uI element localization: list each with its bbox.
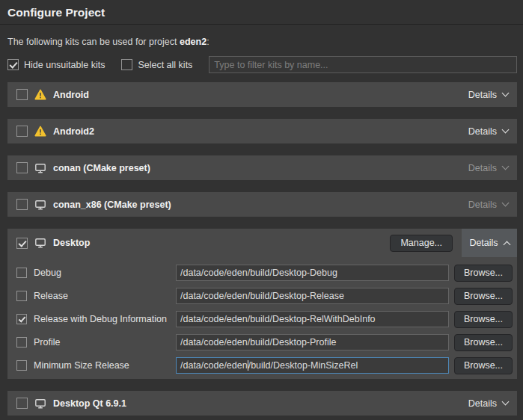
details-label: Details [468, 398, 497, 409]
config-label: Minimum Size Release [34, 360, 129, 371]
filter-input[interactable] [209, 56, 517, 73]
details-label: Details [469, 238, 498, 248]
build-dir-input[interactable] [176, 265, 449, 281]
kit-icon-slot [34, 89, 46, 100]
details-toggle[interactable]: Details [467, 126, 510, 137]
chevron-down-icon [502, 398, 510, 406]
desktop-icon [34, 398, 46, 410]
kit-list: Android Details Android2 Details conan (… [7, 82, 517, 416]
details-label: Details [468, 90, 497, 100]
hide-unsuitable-label: Hide unsuitable kits [24, 60, 105, 70]
warning-icon [34, 126, 46, 137]
kit-name: Android2 [53, 126, 94, 137]
config-row-release: Release Browse... [16, 288, 513, 304]
config-checkbox[interactable] [16, 360, 27, 371]
kit-row-android: Android Details [7, 82, 517, 107]
config-checkbox[interactable] [16, 337, 27, 348]
kit-row-conan: conan (CMake preset) Details [7, 155, 517, 180]
kit-checkbox[interactable] [16, 199, 28, 210]
details-label: Details [468, 200, 497, 210]
kit-name: Android [53, 90, 89, 100]
kit-checkbox[interactable] [16, 238, 28, 249]
details-toggle: Details [467, 200, 510, 210]
intro-prefix: The following kits can be used for proje… [7, 37, 180, 47]
chevron-down-icon [502, 163, 510, 170]
kit-row-conan-x86: conan_x86 (CMake preset) Details [7, 192, 517, 217]
config-checkbox[interactable] [16, 291, 27, 301]
config-checkbox[interactable] [16, 268, 27, 278]
config-label: Debug [34, 268, 61, 278]
filter-bar: Hide unsuitable kits Select all kits [7, 56, 517, 73]
details-toggle[interactable]: Details [467, 398, 510, 409]
details-toggle[interactable]: Details [462, 229, 517, 257]
config-label: Release with Debug Information [34, 314, 167, 324]
kit-icon-slot [34, 162, 46, 174]
build-config-area: Debug Browse... Release Browse... Releas… [7, 257, 517, 379]
hide-unsuitable-group: Hide unsuitable kits [7, 59, 105, 70]
config-row-relwithdebinfo: Release with Debug Information Browse... [16, 311, 513, 327]
browse-button[interactable]: Browse... [454, 311, 513, 328]
kit-icon-slot [34, 126, 46, 137]
warning-icon [34, 89, 46, 100]
kit-name: Desktop [53, 238, 90, 248]
kit-checkbox[interactable] [16, 89, 28, 100]
details-toggle[interactable]: Details [467, 90, 510, 100]
browse-button[interactable]: Browse... [454, 288, 513, 305]
kit-checkbox[interactable] [16, 398, 28, 409]
config-row-debug: Debug Browse... [16, 265, 513, 281]
build-dir-input[interactable]: /data/code/eden/build/Desktop-MinSizeRel [176, 357, 449, 374]
select-all-label: Select all kits [138, 60, 192, 70]
build-dir-input[interactable] [176, 311, 449, 327]
project-name: eden2 [180, 37, 207, 47]
page-title: Configure Project [7, 5, 516, 19]
config-label: Release [34, 291, 68, 301]
config-label: Profile [34, 337, 60, 348]
browse-button[interactable]: Browse... [454, 265, 513, 282]
config-row-minsizerel: Minimum Size Release /data/code/eden/bui… [16, 357, 513, 374]
kit-icon-slot [34, 398, 46, 410]
details-label: Details [468, 163, 497, 173]
chevron-down-icon [502, 200, 510, 207]
page-header: Configure Project [0, 0, 523, 25]
kit-row-android2: Android2 Details [7, 119, 517, 143]
desktop-icon [34, 199, 46, 211]
hide-unsuitable-checkbox[interactable] [7, 59, 19, 70]
browse-button[interactable]: Browse... [454, 334, 513, 351]
browse-button[interactable]: Browse... [454, 357, 513, 374]
chevron-down-icon [502, 90, 510, 97]
manage-button[interactable]: Manage... [390, 235, 453, 252]
build-dir-input[interactable] [176, 288, 449, 304]
config-checkbox[interactable] [16, 314, 27, 324]
kit-icon-slot [34, 237, 46, 249]
intro-suffix: : [207, 37, 209, 47]
select-all-checkbox[interactable] [121, 59, 132, 70]
kit-row-desktop-qt: Desktop Qt 6.9.1 Details [7, 391, 517, 416]
chevron-down-icon [502, 126, 510, 134]
desktop-icon [34, 162, 46, 174]
details-toggle: Details [467, 163, 510, 173]
kit-name: Desktop Qt 6.9.1 [53, 398, 126, 409]
details-label: Details [468, 126, 497, 137]
chevron-up-icon [503, 241, 510, 248]
select-all-group: Select all kits [121, 59, 192, 70]
config-row-profile: Profile Browse... [16, 334, 513, 350]
kit-checkbox[interactable] [16, 126, 28, 137]
kit-icon-slot [34, 199, 46, 211]
kit-name: conan_x86 (CMake preset) [53, 200, 171, 210]
desktop-icon [34, 237, 46, 249]
kit-checkbox[interactable] [16, 162, 28, 173]
kit-row-desktop: Desktop Manage... [7, 229, 517, 257]
kit-panel-desktop: Desktop Manage... Details Debug Browse..… [7, 229, 517, 379]
kit-name: conan (CMake preset) [53, 163, 150, 173]
intro-text: The following kits can be used for proje… [7, 37, 516, 47]
build-dir-input[interactable] [176, 334, 449, 350]
